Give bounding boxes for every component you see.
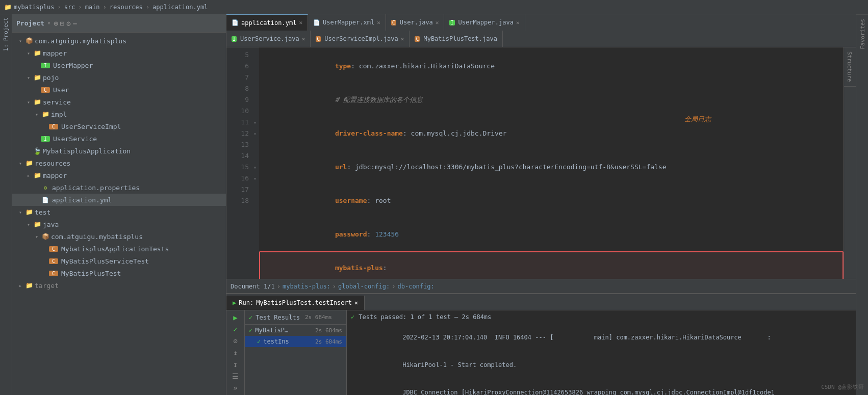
spring-icon: 🍃 (33, 147, 42, 155)
top-breadcrumb-bar: 📁 mybatisplus › src › main › resources ›… (0, 0, 868, 14)
status-bc-dbconfig[interactable]: db-config: (397, 283, 434, 290)
editor-area: 5 6 7 8 9 10 11 12 13 14 15 16 17 18 (226, 47, 856, 293)
breadcrumb-file[interactable]: application.yml (152, 4, 208, 11)
settings-icon[interactable]: ⚙ (66, 19, 70, 28)
tab-UserServiceImpl-java[interactable]: C UserServiceImpl.java ✕ (311, 31, 410, 47)
class-icon-plustest: C (49, 271, 58, 276)
fold-arrow-6[interactable] (251, 61, 259, 72)
tree-item-MybatisplusApplicationTests[interactable]: C MybatisplusApplicationTests (12, 243, 226, 255)
tree-item-UserMapper[interactable]: I UserMapper (12, 59, 226, 71)
code-area[interactable]: type: com.zaxxer.hikari.HikariDataSource… (259, 47, 844, 279)
list-button[interactable]: ☰ (228, 372, 243, 381)
test-result-item-mybatisp[interactable]: ✓ MyBatisP… 2s 684ms (245, 325, 346, 336)
sort-asc-button[interactable]: ↕ (228, 348, 243, 357)
close-tab-UserMapper-xml[interactable]: ✕ (377, 19, 380, 26)
folder-icon-mapper-res: 📁 (33, 172, 42, 179)
folder-icon-java: 📁 (33, 221, 42, 228)
run-tab[interactable]: ▶ Run: MyBatisPlusTest.testInsert ✕ (226, 296, 365, 310)
run-test-name: MyBatisPlusTest.testInsert (256, 299, 352, 306)
tree-item-com-atguigu-test[interactable]: ▾ 📦 com.atguigu.mybatisplus (12, 230, 226, 243)
folder-icon-service: 📁 (33, 98, 42, 106)
fold-arrow-13[interactable] (251, 139, 259, 150)
folder-icon-test: 📁 (24, 208, 34, 216)
tab-UserService-java[interactable]: I UserService.java ✕ (226, 31, 311, 47)
close-tab-User-java[interactable]: ✕ (436, 19, 439, 26)
fold-arrow-18[interactable] (251, 195, 259, 206)
breadcrumb-src[interactable]: src (64, 4, 75, 11)
tree-item-com-atguigu[interactable]: ▾ 📦 com.atguigu.mybatisplus (12, 35, 226, 47)
breadcrumb-resources[interactable]: resources (110, 4, 143, 11)
tree-item-mapper-res[interactable]: ▸ 📁 mapper (12, 169, 226, 181)
xml-tab-icon: 📄 (313, 19, 320, 26)
tab-MyBatisPlusTest-java[interactable]: C MyBatisPlusTest.java (410, 31, 503, 47)
fold-arrow-16[interactable]: ▾ (251, 173, 259, 184)
tree-item-target[interactable]: ▸ 📁 target (12, 279, 226, 292)
close-tab-UserService-java[interactable]: ✕ (302, 36, 305, 42)
vtab-favorites[interactable]: Favorites (856, 14, 868, 54)
vtab-structure[interactable]: Structure (844, 47, 856, 87)
fold-arrow-7[interactable] (251, 72, 259, 83)
tree-item-java[interactable]: ▾ 📁 java (12, 218, 226, 230)
breadcrumb-main[interactable]: main (85, 4, 100, 11)
result-time-2: 2s 684ms (315, 338, 342, 345)
sort-desc-button[interactable]: ↧ (228, 360, 243, 370)
tree-item-MyBatisPlusServiceTest[interactable]: C MyBatisPlusServiceTest (12, 255, 226, 267)
fold-arrow-15[interactable]: ▾ (251, 162, 259, 173)
log-text-1: 2022-02-13 20:17:04.140 INFO 16404 --- [… (402, 334, 771, 341)
tab-UserMapper-xml[interactable]: 📄 UserMapper.xml ✕ (308, 14, 386, 31)
tree-item-test[interactable]: ▾ 📁 test (12, 206, 226, 218)
tab-User-java[interactable]: C User.java ✕ (386, 14, 445, 31)
close-run-tab[interactable]: ✕ (354, 299, 358, 306)
code-line-9: username: root (259, 184, 844, 218)
play-button[interactable]: ▶ (228, 312, 243, 322)
tree-item-app-yml[interactable]: 📄 application.yml (12, 194, 226, 206)
log-status-text: Tests passed: 1 of 1 test – 2s 684ms (359, 312, 491, 322)
tree-item-pojo[interactable]: ▾ 📁 pojo (12, 71, 226, 84)
breadcrumb-mybatisplus[interactable]: mybatisplus (14, 4, 54, 11)
tree-item-impl[interactable]: ▾ 📁 impl (12, 108, 226, 120)
fold-arrow-10[interactable] (251, 106, 259, 117)
close-tab-application-yml[interactable]: ✕ (299, 19, 302, 26)
fold-arrow-8[interactable] (251, 83, 259, 94)
vtab-project[interactable]: 1: Project (1, 14, 11, 54)
test-results-icon: ✓ (249, 314, 252, 321)
tree-item-UserService[interactable]: I UserService (12, 133, 226, 145)
check-button[interactable]: ✓ (228, 324, 243, 334)
fold-arrow-11[interactable]: ▾ (251, 117, 259, 128)
stop-button[interactable]: ⊘ (228, 336, 243, 346)
app-window: 📁 mybatisplus › src › main › resources ›… (0, 0, 868, 395)
tree-item-app-props[interactable]: ⚙ application.properties (12, 181, 226, 194)
tab-application-yml[interactable]: 📄 application.yml ✕ (226, 14, 308, 31)
package-icon: 📦 (24, 37, 34, 44)
test-result-item-testins[interactable]: ✓ testIns 2s 684ms (245, 336, 346, 347)
fold-arrow-9[interactable] (251, 94, 259, 106)
java-tab-icon-user: C (391, 20, 396, 25)
fold-arrow-5[interactable] (251, 49, 259, 61)
bottom-panel: ▶ Run: MyBatisPlusTest.testInsert ✕ ▶ ✓ … (226, 293, 856, 395)
tree-item-UserServiceImpl[interactable]: C UserServiceImpl (12, 120, 226, 133)
code-line-5: type: com.zaxxer.hikari.HikariDataSource (259, 49, 844, 83)
tab-label-UserService-java: UserService.java (240, 35, 299, 42)
close-tab-UserMapper-java[interactable]: ✕ (516, 19, 520, 26)
class-icon-servicetest: C (49, 258, 58, 264)
locate-icon[interactable]: ⊕ (54, 19, 58, 28)
collapse-icon[interactable]: ⊟ (60, 19, 64, 28)
expand-button[interactable]: » (228, 383, 243, 393)
sidebar-header-icons: ⊕ ⊟ ⚙ − (54, 19, 77, 28)
tree-item-User[interactable]: C User (12, 84, 226, 96)
log-text-3: JDBC Connection [HikariProxyConnection@1… (402, 389, 775, 395)
close-tab-UserServiceImpl-java[interactable]: ✕ (401, 36, 404, 42)
tree-item-MybatisplusApplication[interactable]: 🍃 MybatisplusApplication (12, 145, 226, 157)
tree-item-service[interactable]: ▾ 📁 service (12, 96, 226, 108)
status-bc-mybatisplus[interactable]: mybatis-plus: (283, 283, 330, 290)
tree-item-resources[interactable]: ▾ 📁 resources (12, 157, 226, 169)
tree-item-mapper[interactable]: ▾ 📁 mapper (12, 47, 226, 59)
fold-arrow-14[interactable] (251, 150, 259, 162)
log-check-icon: ✓ (351, 312, 354, 322)
fold-arrow-12[interactable]: ▾ (251, 128, 259, 139)
minimize-icon[interactable]: − (73, 19, 77, 28)
fold-arrow-17[interactable] (251, 184, 259, 195)
tab-UserMapper-java[interactable]: I UserMapper.java ✕ (444, 14, 525, 31)
tree-item-MyBatisPlusTest[interactable]: C MyBatisPlusTest (12, 267, 226, 279)
status-bc-globalconfig[interactable]: global-config: (338, 283, 390, 290)
